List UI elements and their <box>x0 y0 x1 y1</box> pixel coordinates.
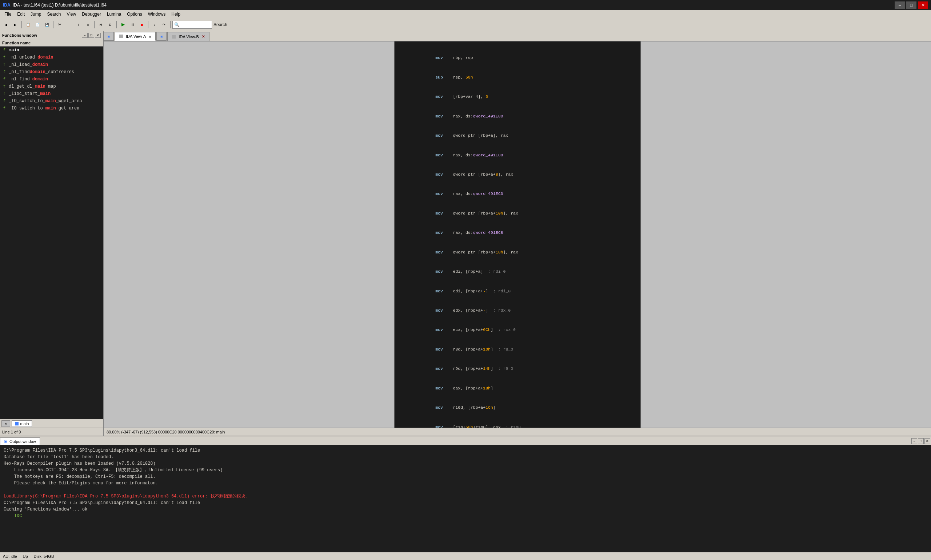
func-io-switch-wget[interactable]: f _IO_switch_to_main_wget_area <box>0 97 103 105</box>
func-io-switch-get[interactable]: f _IO_switch_to_main_get_area <box>0 105 103 112</box>
toolbar-stepinto[interactable]: ↓ <box>150 20 159 29</box>
toolbar-sep-2 <box>53 21 54 28</box>
toolbar-sep-5 <box>148 21 148 28</box>
toolbar-run[interactable]: ▶ <box>118 20 127 29</box>
menu-help[interactable]: Help <box>168 11 183 17</box>
func-icon-nl-load: f <box>2 62 7 68</box>
status-disk: Disk: 54GB <box>34 554 54 558</box>
menu-search[interactable]: Search <box>44 11 64 17</box>
maximize-button[interactable]: □ <box>906 2 916 9</box>
close-button[interactable]: ✕ <box>918 2 928 9</box>
toolbar-sep-6 <box>170 21 171 28</box>
func-nl-find[interactable]: f _nl_find_domain <box>0 75 103 83</box>
menu-bar: File Edit Jump Search View Debugger Lumi… <box>0 10 931 18</box>
output-line-10: IDC <box>4 513 927 519</box>
status-au: AU: idle <box>3 554 17 558</box>
func-nl-load[interactable]: f _nl_load_domain <box>0 61 103 68</box>
functions-panel-title: Functions window <box>2 33 37 37</box>
left-tab-close[interactable]: × <box>2 420 10 427</box>
func-name-main: main <box>9 48 19 53</box>
left-bottom-tabs: × main <box>0 419 103 428</box>
func-main[interactable]: f main <box>0 46 103 54</box>
output-line-8: C:\Program Files\IDA Pro 7.5 SP3\plugins… <box>4 500 927 506</box>
func-name-nl-unload: _nl_unload_domain <box>9 55 53 60</box>
search-box[interactable]: 🔍 <box>172 21 212 29</box>
tab-icon-b-symbol: ▣ <box>161 35 163 38</box>
toolbar-stepover[interactable]: ↷ <box>160 20 168 29</box>
disasm-push-rbp: push rbp <box>400 42 635 48</box>
func-libc-start[interactable]: f _libc_start_main <box>0 90 103 97</box>
status-bar: AU: idle Up Disk: 54GB <box>0 552 931 560</box>
toolbar-btn2[interactable]: 📄 <box>33 20 42 29</box>
menu-edit[interactable]: Edit <box>14 11 28 17</box>
panel-maximize-btn[interactable]: □ <box>88 33 94 38</box>
menu-jump[interactable]: Jump <box>28 11 44 17</box>
menu-windows[interactable]: Windows <box>145 11 169 17</box>
toolbar-pause[interactable]: ⏸ <box>128 20 137 29</box>
view-status: 80.00% (-347,-67) (912,553) 00000C20 000… <box>104 428 931 435</box>
tab-icon-b[interactable]: ▣ <box>156 32 166 41</box>
panel-minimize-btn[interactable]: − <box>82 33 88 38</box>
title-bar: IDA IDA - test1.i64 (test1) D:\ubuntu\fi… <box>0 0 931 10</box>
toolbar-btn1[interactable]: 📋 <box>24 20 32 29</box>
output-content[interactable]: C:\Program Files\IDA Pro 7.5 SP3\plugins… <box>0 445 931 552</box>
toolbar-sep-1 <box>22 21 22 28</box>
minimize-button[interactable]: – <box>895 2 905 9</box>
functions-list: f main f _nl_unload_domain f _nl_load_do… <box>0 46 103 419</box>
output-line-4: License: 55-CC1F-394F-28 Hex-Rays SA. 【请… <box>4 467 927 474</box>
disasm-mov-rax3: mov rax, ds:qword_491EC0 <box>400 185 635 204</box>
menu-options[interactable]: Options <box>124 11 145 17</box>
output-line-blank <box>4 486 927 493</box>
functions-col-header: Function name <box>0 39 103 46</box>
disasm-mov-edi2: mov edi, [rbp+a+-] ; rdi_0 <box>400 282 635 301</box>
toolbar-btn5[interactable]: − <box>65 20 74 29</box>
tab-view-b-close[interactable]: ✕ <box>202 35 205 38</box>
toolbar-btn4[interactable]: ✂ <box>55 20 64 29</box>
output-minimize-btn[interactable]: − <box>911 438 917 444</box>
func-icon-nl-finddomain: f <box>2 69 7 75</box>
tab-view-a-icon <box>119 35 123 38</box>
view-status-text: 80.00% (-347,-67) (912,553) 00000C20 000… <box>106 430 225 434</box>
toolbar-dec[interactable]: D <box>106 20 115 29</box>
tab-view-a[interactable]: IDA View-A ■ <box>115 32 155 41</box>
menu-debugger[interactable]: Debugger <box>79 11 104 17</box>
tab-view-a-close-icon[interactable]: ■ <box>149 35 151 38</box>
tab-icon-a[interactable]: ▣ <box>104 32 114 41</box>
bottom-tab-output[interactable]: ▣ Output window <box>0 437 40 445</box>
functions-panel: Functions window − □ ✕ Function name f m… <box>0 31 104 435</box>
disasm-mov-rax4: mov rax, ds:qword_491EC8 <box>400 223 635 242</box>
search-input[interactable] <box>181 22 210 27</box>
func-icon-dl-get: f <box>2 84 7 89</box>
panel-close-btn[interactable]: ✕ <box>95 33 101 38</box>
left-tab-main[interactable]: main <box>12 420 32 427</box>
toolbar-btn7[interactable]: × <box>84 20 92 29</box>
toolbar-stop[interactable]: ■ <box>137 20 146 29</box>
app-icon: IDA <box>3 3 11 8</box>
func-icon-nl-find: f <box>2 76 7 82</box>
func-name-nl-finddomain: _nl_finddomain_subfreeres <box>9 69 74 75</box>
func-dl-get[interactable]: f dl_get_dl_main map <box>0 83 103 90</box>
output-close-btn[interactable]: ✕ <box>925 438 930 444</box>
toolbar-hex[interactable]: H <box>96 20 105 29</box>
toolbar-back[interactable]: ◄ <box>2 20 10 29</box>
toolbar: ◄ ► 📋 📄 💾 ✂ − + × H D ▶ ⏸ ■ ↓ ↷ 🔍 Search <box>0 18 931 31</box>
output-float-btn[interactable]: □ <box>918 438 924 444</box>
toolbar-forward[interactable]: ► <box>11 20 20 29</box>
search-icon: 🔍 <box>174 22 180 27</box>
func-nl-finddomain[interactable]: f _nl_finddomain_subfreeres <box>0 68 103 75</box>
tab-view-b[interactable]: IDA View-B ✕ <box>167 32 209 41</box>
output-line-5: The hotkeys are F5: decompile, Ctrl-F5: … <box>4 474 927 480</box>
toolbar-btn6[interactable]: + <box>74 20 83 29</box>
output-line-9: Caching 'Functions window'... ok <box>4 506 927 513</box>
toolbar-btn3[interactable]: 💾 <box>43 20 51 29</box>
func-nl-unload[interactable]: f _nl_unload_domain <box>0 54 103 61</box>
disasm-sub-rsp: sub rsp, 50h <box>400 68 635 87</box>
func-icon-io-switch-wget: f <box>2 98 7 104</box>
menu-lumina[interactable]: Lumina <box>104 11 124 17</box>
disasm-mov-qword3: mov qword ptr [rbp+a+10h], rax <box>400 204 635 223</box>
disasm-mov-edx: mov edx, [rbp+a+-] ; rdx_0 <box>400 301 635 320</box>
menu-file[interactable]: File <box>2 11 14 17</box>
menu-view[interactable]: View <box>64 11 79 17</box>
ida-view-content[interactable]: ; Attributes: bp-based frame ; int __cde… <box>104 42 931 428</box>
content-area: Functions window − □ ✕ Function name f m… <box>0 31 931 435</box>
